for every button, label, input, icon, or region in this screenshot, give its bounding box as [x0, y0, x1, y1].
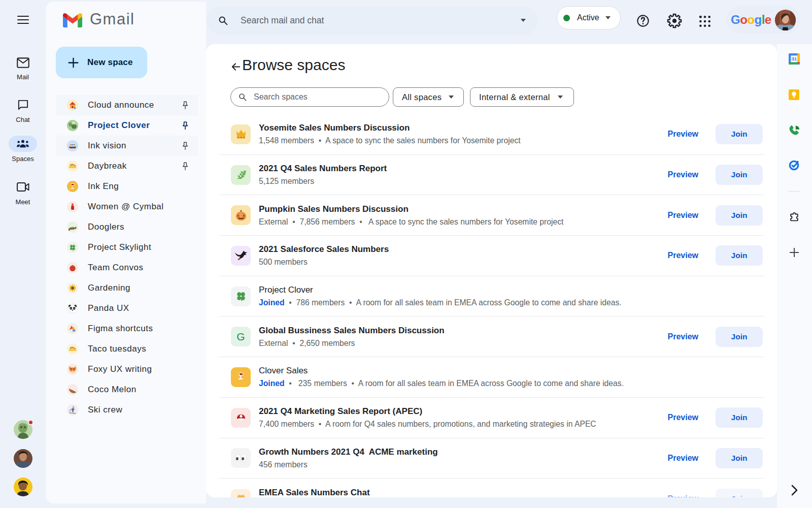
svg-text:31: 31 — [792, 56, 797, 61]
